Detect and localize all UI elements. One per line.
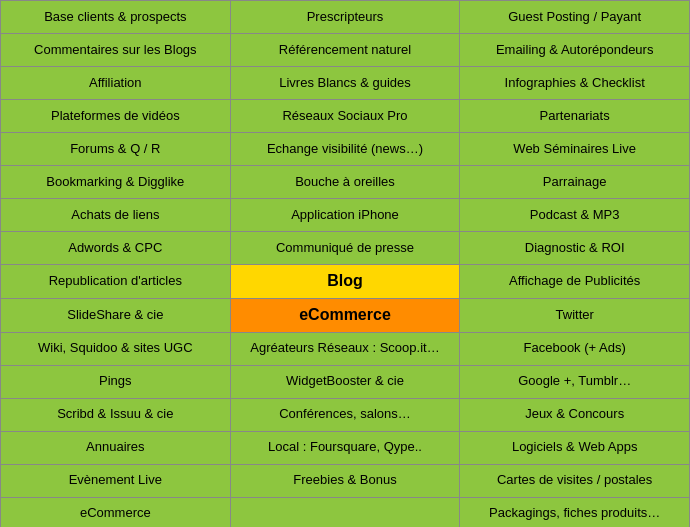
cell-col2-row5: Echange visibilité (news…) bbox=[231, 133, 461, 166]
cell-col2-row1: Prescripteurs bbox=[231, 1, 461, 34]
cell-col2-row12: WidgetBooster & cie bbox=[231, 366, 461, 399]
cell-col1-row14: Annuaires bbox=[1, 432, 231, 465]
cell-col3-row7: Podcast & MP3 bbox=[460, 199, 690, 232]
cell-ecommerce: eCommerce bbox=[231, 299, 461, 333]
cell-col1-row12: Pings bbox=[1, 366, 231, 399]
cell-col1-row2: Commentaires sur les Blogs bbox=[1, 34, 231, 67]
cell-col1-row5: Forums & Q / R bbox=[1, 133, 231, 166]
cell-col1-row4: Plateformes de vidéos bbox=[1, 100, 231, 133]
cell-col2-row4: Réseaux Sociaux Pro bbox=[231, 100, 461, 133]
cell-col2-row14: Local : Foursquare, Qype.. bbox=[231, 432, 461, 465]
cell-col2-row16 bbox=[231, 498, 461, 527]
cell-col2-row7: Application iPhone bbox=[231, 199, 461, 232]
cell-col3-row9: Affichage de Publicités bbox=[460, 265, 690, 299]
cell-col2-row15: Freebies & Bonus bbox=[231, 465, 461, 498]
cell-col3-row2: Emailing & Autorépondeurs bbox=[460, 34, 690, 67]
cell-col3-row12: Google +, Tumblr… bbox=[460, 366, 690, 399]
cell-col3-row11: Facebook (+ Ads) bbox=[460, 333, 690, 366]
cell-col3-row16: Packagings, fiches produits… bbox=[460, 498, 690, 527]
cell-col1-row8: Adwords & CPC bbox=[1, 232, 231, 265]
cell-col2-row3: Livres Blancs & guides bbox=[231, 67, 461, 100]
cell-col3-row1: Guest Posting / Payant bbox=[460, 1, 690, 34]
cell-col3-row15: Cartes de visites / postales bbox=[460, 465, 690, 498]
cell-col1-row16: eCommerce bbox=[1, 498, 231, 527]
cell-col3-row6: Parrainage bbox=[460, 166, 690, 199]
cell-col1-row13: Scribd & Issuu & cie bbox=[1, 399, 231, 432]
cell-col3-row3: Infographies & Checklist bbox=[460, 67, 690, 100]
cell-col3-row5: Web Séminaires Live bbox=[460, 133, 690, 166]
cell-col3-row10: Twitter bbox=[460, 299, 690, 333]
cell-col1-row7: Achats de liens bbox=[1, 199, 231, 232]
cell-col1-row10: SlideShare & cie bbox=[1, 299, 231, 333]
cell-col2-row11: Agréateurs Réseaux : Scoop.it… bbox=[231, 333, 461, 366]
main-grid: Base clients & prospects Prescripteurs G… bbox=[0, 0, 690, 527]
cell-col1-row11: Wiki, Squidoo & sites UGC bbox=[1, 333, 231, 366]
cell-col1-row9: Republication d'articles bbox=[1, 265, 231, 299]
cell-col2-row13: Conférences, salons… bbox=[231, 399, 461, 432]
cell-col1-row15: Evènement Live bbox=[1, 465, 231, 498]
cell-col1-row1: Base clients & prospects bbox=[1, 1, 231, 34]
cell-col1-row6: Bookmarking & Digglike bbox=[1, 166, 231, 199]
cell-col2-row8: Communiqué de presse bbox=[231, 232, 461, 265]
cell-col3-row4: Partenariats bbox=[460, 100, 690, 133]
cell-col3-row14: Logiciels & Web Apps bbox=[460, 432, 690, 465]
cell-col2-row6: Bouche à oreilles bbox=[231, 166, 461, 199]
cell-blog: Blog bbox=[231, 265, 461, 299]
cell-col3-row8: Diagnostic & ROI bbox=[460, 232, 690, 265]
cell-col2-row2: Référencement naturel bbox=[231, 34, 461, 67]
cell-col3-row13: Jeux & Concours bbox=[460, 399, 690, 432]
cell-col1-row3: Affiliation bbox=[1, 67, 231, 100]
